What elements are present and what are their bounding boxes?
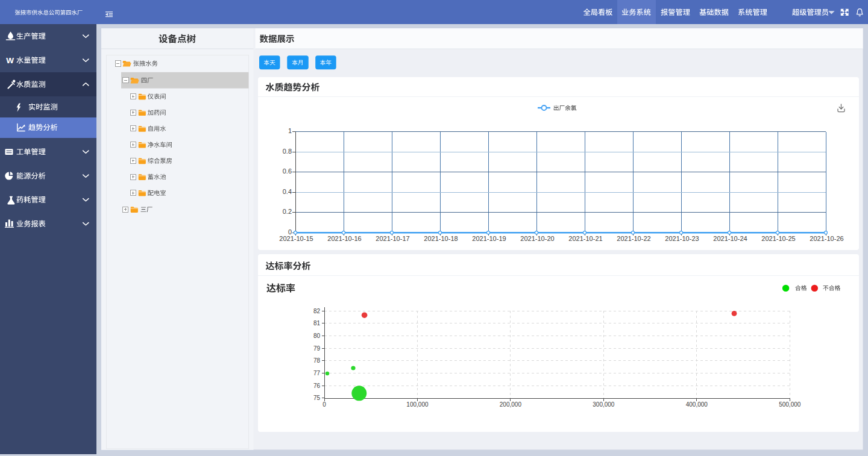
svg-text:82: 82 — [313, 308, 321, 314]
svg-text:0.6: 0.6 — [283, 167, 292, 175]
svg-text:2021-10-21: 2021-10-21 — [568, 235, 602, 242]
svg-text:0: 0 — [288, 228, 292, 236]
svg-text:79: 79 — [313, 345, 321, 352]
svg-text:300,000: 300,000 — [593, 401, 615, 408]
svg-text:2021-10-20: 2021-10-20 — [520, 235, 554, 242]
svg-text:2021-10-17: 2021-10-17 — [376, 235, 409, 242]
svg-text:2021-10-18: 2021-10-18 — [424, 235, 458, 242]
svg-text:2021-10-24: 2021-10-24 — [713, 235, 747, 242]
svg-text:2021-10-23: 2021-10-23 — [665, 235, 699, 242]
svg-text:75: 75 — [313, 395, 321, 401]
svg-text:400,000: 400,000 — [686, 401, 708, 408]
svg-text:76: 76 — [313, 383, 321, 389]
svg-text:0: 0 — [322, 401, 326, 408]
svg-text:100,000: 100,000 — [406, 401, 429, 408]
svg-text:2021-10-26: 2021-10-26 — [810, 235, 843, 242]
svg-text:78: 78 — [313, 357, 321, 364]
svg-text:2021-10-15: 2021-10-15 — [279, 235, 313, 242]
svg-text:2021-10-22: 2021-10-22 — [617, 235, 650, 242]
svg-text:0.8: 0.8 — [283, 148, 292, 155]
svg-text:0.2: 0.2 — [283, 208, 292, 215]
svg-text:0.4: 0.4 — [283, 188, 292, 195]
svg-text:W: W — [6, 56, 14, 65]
svg-text:81: 81 — [313, 320, 321, 326]
svg-text:2021-10-16: 2021-10-16 — [327, 235, 361, 242]
svg-text:200,000: 200,000 — [500, 401, 522, 408]
svg-text:500,000: 500,000 — [779, 401, 801, 408]
svg-text:2021-10-25: 2021-10-25 — [761, 235, 795, 242]
svg-text:77: 77 — [313, 370, 321, 376]
svg-text:80: 80 — [313, 333, 321, 339]
svg-text:1: 1 — [288, 127, 292, 134]
svg-text:2021-10-19: 2021-10-19 — [472, 235, 506, 242]
